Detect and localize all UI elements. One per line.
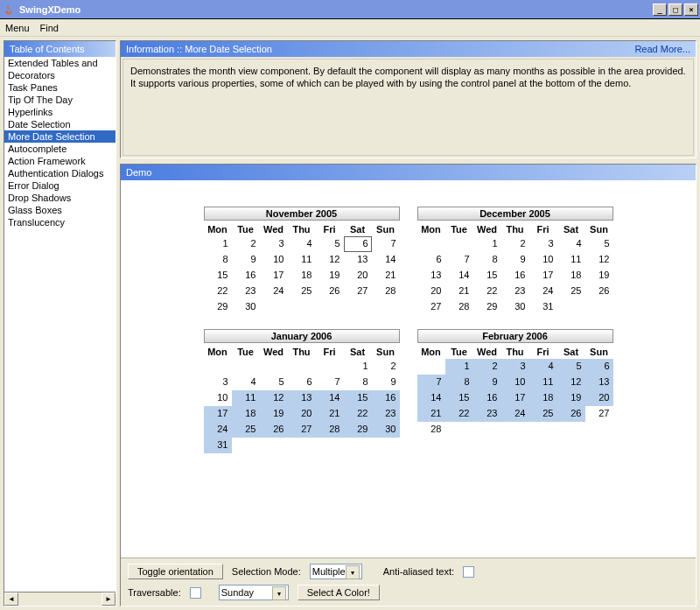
day-cell[interactable]: 22 (204, 284, 232, 299)
day-cell[interactable]: 1 (473, 236, 501, 252)
selection-mode-combo[interactable]: Multiple (310, 564, 362, 579)
day-cell[interactable]: 13 (344, 252, 372, 268)
day-cell[interactable]: 30 (501, 299, 529, 315)
sidebar-item[interactable]: Authentication Dialogs (4, 167, 116, 179)
day-cell[interactable]: 23 (501, 284, 529, 299)
day-cell[interactable]: 2 (473, 359, 501, 375)
day-cell[interactable]: 25 (529, 406, 557, 422)
toc-list[interactable]: Extended Tables andDecoratorsTask PanesT… (4, 57, 116, 592)
day-cell[interactable]: 28 (372, 284, 400, 299)
day-cell[interactable]: 24 (204, 422, 232, 438)
day-cell[interactable]: 7 (372, 236, 400, 252)
day-cell[interactable]: 25 (288, 284, 316, 299)
day-cell[interactable]: 2 (232, 236, 260, 252)
scroll-right-icon[interactable]: ► (102, 592, 116, 606)
day-cell[interactable]: 28 (417, 422, 445, 438)
day-cell[interactable]: 1 (344, 359, 372, 375)
menu-find[interactable]: Find (40, 23, 59, 33)
day-cell[interactable]: 27 (344, 284, 372, 299)
day-cell[interactable]: 20 (344, 268, 372, 284)
day-cell[interactable]: 16 (372, 390, 400, 406)
day-cell[interactable]: 26 (316, 284, 344, 299)
sidebar-hscroll[interactable]: ◄ ► (4, 592, 116, 606)
day-cell[interactable]: 19 (316, 268, 344, 284)
day-cell[interactable]: 7 (316, 375, 344, 390)
month-view[interactable]: November 2005MonTueWedThuFriSatSun123456… (121, 180, 696, 557)
day-cell[interactable]: 21 (372, 268, 400, 284)
day-cell[interactable]: 2 (501, 236, 529, 252)
day-cell[interactable]: 4 (288, 236, 316, 252)
day-cell[interactable]: 13 (288, 390, 316, 406)
day-cell[interactable]: 22 (445, 406, 473, 422)
first-dow-combo[interactable]: Sunday (219, 585, 289, 600)
day-cell[interactable]: 29 (204, 299, 232, 315)
day-cell[interactable]: 8 (473, 252, 501, 268)
day-cell[interactable]: 15 (204, 268, 232, 284)
day-cell[interactable]: 8 (445, 375, 473, 390)
day-cell[interactable]: 19 (585, 268, 613, 284)
maximize-button[interactable]: □ (668, 4, 682, 16)
day-cell[interactable]: 26 (585, 284, 613, 299)
day-cell[interactable]: 10 (501, 375, 529, 390)
day-cell[interactable]: 10 (260, 252, 288, 268)
day-cell[interactable]: 4 (232, 375, 260, 390)
day-cell[interactable]: 7 (417, 375, 445, 390)
sidebar-item[interactable]: More Date Selection (4, 130, 116, 143)
day-cell[interactable]: 29 (473, 299, 501, 315)
day-cell[interactable]: 5 (316, 236, 344, 252)
day-cell[interactable]: 6 (417, 252, 445, 268)
sidebar-item[interactable]: Translucency (4, 216, 116, 228)
day-cell[interactable]: 14 (417, 390, 445, 406)
sidebar-item[interactable]: Extended Tables and (4, 57, 116, 69)
day-cell[interactable]: 23 (372, 406, 400, 422)
day-cell[interactable]: 24 (529, 284, 557, 299)
day-cell[interactable]: 12 (316, 252, 344, 268)
day-cell[interactable]: 23 (473, 406, 501, 422)
day-cell[interactable]: 18 (557, 268, 585, 284)
day-cell[interactable]: 13 (417, 268, 445, 284)
sidebar-item[interactable]: Autocomplete (4, 143, 116, 155)
day-cell[interactable]: 16 (232, 268, 260, 284)
day-cell[interactable]: 5 (585, 236, 613, 252)
day-cell[interactable]: 17 (501, 390, 529, 406)
day-cell[interactable]: 5 (557, 359, 585, 375)
day-cell[interactable]: 9 (232, 252, 260, 268)
antialias-checkbox[interactable] (463, 566, 474, 578)
sidebar-item[interactable]: Action Framework (4, 155, 116, 167)
day-cell[interactable]: 12 (585, 252, 613, 268)
day-cell[interactable]: 18 (232, 406, 260, 422)
sidebar-item[interactable]: Tip Of The Day (4, 94, 116, 106)
day-cell[interactable]: 24 (260, 284, 288, 299)
day-cell[interactable]: 27 (417, 299, 445, 315)
day-cell[interactable]: 27 (288, 422, 316, 438)
day-cell[interactable]: 3 (501, 359, 529, 375)
day-cell[interactable]: 20 (288, 406, 316, 422)
day-cell[interactable]: 19 (260, 406, 288, 422)
day-cell[interactable]: 1 (204, 236, 232, 252)
day-cell[interactable]: 30 (372, 422, 400, 438)
day-cell[interactable]: 3 (204, 375, 232, 390)
day-cell[interactable]: 9 (473, 375, 501, 390)
day-cell[interactable]: 17 (260, 268, 288, 284)
day-cell[interactable]: 22 (473, 284, 501, 299)
day-cell[interactable]: 15 (473, 268, 501, 284)
menu-menu[interactable]: Menu (5, 23, 30, 33)
day-cell[interactable]: 14 (372, 252, 400, 268)
sidebar-item[interactable]: Date Selection (4, 118, 116, 130)
minimize-button[interactable]: _ (653, 4, 667, 16)
read-more-link[interactable]: Read More... (634, 44, 690, 54)
day-cell[interactable]: 9 (372, 375, 400, 390)
day-cell[interactable]: 22 (344, 406, 372, 422)
day-cell[interactable]: 3 (260, 236, 288, 252)
day-cell[interactable]: 21 (316, 406, 344, 422)
day-cell[interactable]: 18 (288, 268, 316, 284)
day-cell[interactable]: 14 (445, 268, 473, 284)
day-cell[interactable]: 10 (529, 252, 557, 268)
day-cell[interactable]: 26 (260, 422, 288, 438)
day-cell[interactable]: 20 (585, 390, 613, 406)
day-cell[interactable]: 2 (372, 359, 400, 375)
day-cell[interactable]: 24 (501, 406, 529, 422)
day-cell[interactable]: 3 (529, 236, 557, 252)
day-cell[interactable]: 7 (445, 252, 473, 268)
day-cell[interactable]: 25 (232, 422, 260, 438)
